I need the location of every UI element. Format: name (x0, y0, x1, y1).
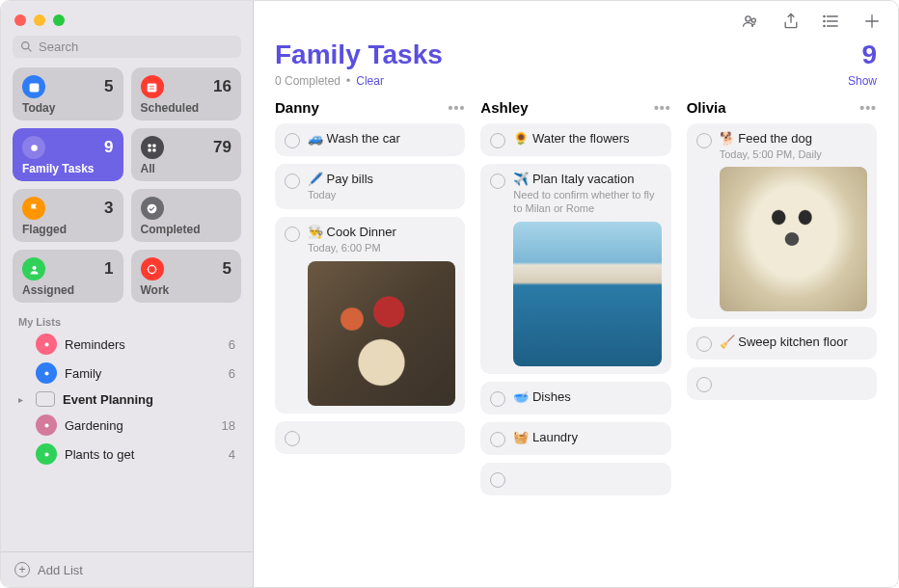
clear-completed-button[interactable]: Clear (356, 74, 384, 88)
task-subtitle: Today, 5:00 PM, Daily (720, 147, 867, 161)
svg-line-1 (28, 48, 31, 51)
column-name: Ashley (480, 99, 528, 116)
list-label: Plants to get (65, 447, 221, 462)
list-item-plants-to-get[interactable]: Plants to get4 (7, 440, 247, 468)
task-radio[interactable] (285, 431, 300, 446)
svg-point-17 (44, 452, 48, 456)
list-item-family[interactable]: Family6 (7, 359, 247, 388)
column-more-button[interactable]: ••• (449, 100, 466, 116)
family-tasks-icon (22, 136, 45, 159)
task-title: 🧺 Laundry (513, 430, 661, 444)
task-complete-radio[interactable] (490, 432, 505, 447)
list-icon (36, 443, 57, 465)
task-subtitle: Need to confirm whether to fly to Milan … (513, 188, 661, 216)
my-lists-heading: My Lists (1, 312, 253, 330)
task-complete-radio[interactable] (285, 133, 300, 148)
task-complete-radio[interactable] (490, 391, 505, 407)
close-window-button[interactable] (14, 14, 26, 26)
share-button[interactable] (780, 11, 802, 32)
new-task-placeholder[interactable] (480, 463, 670, 495)
task-item[interactable]: 🖊️ Pay billsToday (275, 164, 465, 209)
today-icon (22, 75, 45, 98)
card-count: 5 (104, 77, 113, 96)
add-list-label: Add List (38, 563, 83, 577)
new-task-placeholder[interactable] (687, 367, 877, 400)
card-label: Scheduled (141, 101, 232, 115)
list-label: Gardening (65, 418, 214, 433)
smart-list-completed[interactable]: Completed (131, 189, 242, 242)
task-complete-radio[interactable] (285, 174, 300, 189)
svg-rect-10 (152, 148, 155, 151)
smart-list-flagged[interactable]: 3Flagged (13, 189, 123, 242)
task-complete-radio[interactable] (696, 133, 712, 148)
svg-point-14 (44, 342, 48, 346)
task-image[interactable] (720, 167, 867, 311)
card-label: Flagged (22, 223, 114, 236)
task-radio[interactable] (696, 377, 712, 392)
task-subtitle: Today (308, 188, 455, 201)
smart-list-today[interactable]: 5Today (13, 67, 123, 120)
task-item[interactable]: ✈️ Plan Italy vacationNeed to confirm wh… (480, 164, 670, 374)
list-item-event-planning[interactable]: ▸Event Planning (7, 388, 247, 411)
task-item[interactable]: 🚙 Wash the car (275, 123, 465, 156)
folder-icon (36, 391, 55, 407)
list-item-reminders[interactable]: Reminders6 (7, 330, 247, 359)
svg-point-6 (31, 145, 38, 151)
smart-list-family-tasks[interactable]: 9Family Tasks (13, 128, 123, 181)
show-completed-button[interactable]: Show (848, 74, 877, 88)
smart-list-cards: 5Today16Scheduled9Family Tasks79All3Flag… (1, 67, 253, 312)
minimize-window-button[interactable] (34, 14, 45, 26)
svg-rect-8 (152, 144, 155, 147)
task-image[interactable] (513, 222, 661, 366)
svg-point-19 (751, 18, 755, 22)
svg-point-13 (148, 265, 155, 273)
task-image[interactable] (308, 261, 455, 406)
smart-list-assigned[interactable]: 1Assigned (13, 250, 123, 303)
task-complete-radio[interactable] (490, 133, 505, 148)
svg-point-16 (44, 423, 48, 427)
my-lists: Reminders6Family6▸Event PlanningGardenin… (1, 330, 253, 551)
smart-list-all[interactable]: 79All (131, 128, 242, 181)
card-label: Assigned (22, 283, 114, 297)
task-radio[interactable] (490, 472, 505, 488)
smart-list-work[interactable]: 5Work (131, 250, 242, 303)
task-item[interactable]: 🥣 Dishes (480, 382, 670, 414)
task-item[interactable]: 🌻 Water the flowers (480, 123, 670, 156)
card-count: 9 (104, 138, 113, 157)
task-subtitle: Today, 6:00 PM (308, 241, 455, 254)
column-more-button[interactable]: ••• (859, 100, 877, 116)
task-title: 🥣 Dishes (513, 389, 661, 404)
svg-rect-9 (148, 148, 150, 151)
task-title: 👨‍🍳 Cook Dinner (308, 225, 455, 239)
chevron-right-icon: ▸ (18, 394, 28, 405)
card-count: 79 (213, 138, 232, 157)
svg-rect-3 (148, 83, 157, 92)
search-placeholder: Search (39, 40, 78, 54)
column-danny: Danny•••🚙 Wash the car🖊️ Pay billsToday👨… (275, 99, 465, 572)
svg-point-18 (746, 16, 750, 21)
add-reminder-button[interactable] (861, 11, 883, 32)
column-ashley: Ashley•••🌻 Water the flowers✈️ Plan Ital… (480, 99, 670, 572)
search-input[interactable]: Search (13, 36, 241, 58)
list-item-gardening[interactable]: Gardening18 (7, 411, 247, 440)
smart-list-scheduled[interactable]: 16Scheduled (131, 67, 242, 120)
column-header: Ashley••• (480, 99, 670, 116)
fullscreen-window-button[interactable] (53, 14, 65, 26)
card-label: Today (22, 101, 114, 115)
task-complete-radio[interactable] (696, 336, 712, 352)
new-task-placeholder[interactable] (275, 421, 465, 454)
card-label: Family Tasks (22, 162, 114, 175)
svg-point-24 (824, 20, 825, 21)
task-item[interactable]: 🐕 Feed the dogToday, 5:00 PM, Daily (687, 123, 877, 319)
task-complete-radio[interactable] (285, 227, 300, 242)
add-list-button[interactable]: + Add List (1, 551, 253, 587)
collaborate-button[interactable] (740, 11, 761, 32)
search-icon (20, 40, 33, 53)
column-more-button[interactable]: ••• (654, 100, 671, 116)
view-options-button[interactable] (821, 11, 842, 32)
task-item[interactable]: 🧹 Sweep kitchen floor (687, 327, 877, 360)
list-icon (36, 334, 57, 355)
task-item[interactable]: 🧺 Laundry (480, 422, 670, 455)
task-item[interactable]: 👨‍🍳 Cook DinnerToday, 6:00 PM (275, 217, 465, 413)
task-complete-radio[interactable] (490, 174, 505, 189)
